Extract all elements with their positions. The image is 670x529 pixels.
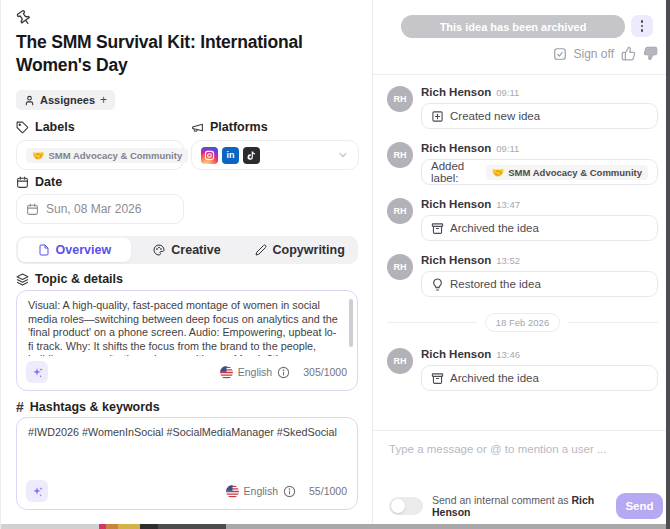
feed-entry: RH Rich Henson13:46 Archived the idea bbox=[387, 348, 658, 391]
hashtags-text[interactable]: #IWD2026 #WomenInSocial #SocialMediaMana… bbox=[17, 418, 357, 475]
date-header: Date bbox=[16, 175, 62, 189]
author-name: Rich Henson bbox=[421, 348, 491, 360]
media-strip bbox=[1, 524, 670, 529]
topic-header: Topic & details bbox=[16, 272, 123, 286]
page-title: The SMM Survival Kit: International Wome… bbox=[16, 31, 351, 77]
thumbs-down-button[interactable] bbox=[643, 46, 658, 61]
idea-editor-window: The SMM Survival Kit: International Wome… bbox=[0, 0, 670, 529]
sparkles-icon bbox=[31, 366, 44, 379]
author-name: Rich Henson bbox=[421, 86, 491, 98]
avatar: RH bbox=[387, 142, 413, 168]
activity-card: Archived the idea bbox=[421, 215, 658, 241]
assignees-label: Assignees bbox=[40, 94, 95, 106]
avatar: RH bbox=[387, 198, 413, 224]
label-chip: 🤝 SMM Advocacy & Community bbox=[26, 148, 188, 163]
signoff-label: Sign off bbox=[574, 47, 614, 61]
thumbs-up-button[interactable] bbox=[621, 46, 636, 61]
checkbox-icon bbox=[553, 47, 567, 61]
divider bbox=[373, 74, 670, 75]
internal-comment-toggle[interactable] bbox=[389, 497, 423, 515]
pin-icon[interactable] bbox=[13, 7, 35, 29]
date-divider: 18 Feb 2026 bbox=[387, 313, 658, 332]
idea-detail-panel: The SMM Survival Kit: International Wome… bbox=[1, 0, 373, 529]
sparkles-icon bbox=[31, 485, 44, 498]
linkedin-icon: in bbox=[222, 147, 239, 164]
avatar: RH bbox=[387, 86, 413, 112]
tab-overview[interactable]: Overview bbox=[18, 238, 131, 262]
activity-panel: This idea has been archived Sign off RH … bbox=[373, 0, 670, 529]
layers-icon bbox=[16, 273, 29, 286]
ai-assist-button[interactable] bbox=[26, 361, 48, 383]
info-icon bbox=[277, 366, 290, 379]
hashtags-textarea[interactable]: #IWD2026 #WomenInSocial #SocialMediaMana… bbox=[16, 417, 358, 510]
palette-icon bbox=[153, 244, 165, 256]
tab-copywriting[interactable]: Copywriting bbox=[243, 238, 356, 262]
calendar-icon bbox=[16, 176, 29, 189]
add-assignee-icon[interactable]: + bbox=[100, 93, 107, 107]
message-input[interactable] bbox=[389, 443, 649, 455]
archive-icon bbox=[431, 372, 444, 385]
language-label[interactable]: English bbox=[244, 485, 278, 497]
author-name: Rich Henson bbox=[421, 198, 491, 210]
instagram-icon bbox=[201, 147, 218, 164]
language-label[interactable]: English bbox=[238, 366, 272, 378]
activity-card: Created new idea bbox=[421, 103, 658, 129]
feed-entry: RH Rich Henson13:52 Restored the idea bbox=[387, 254, 658, 297]
megaphone-icon bbox=[191, 121, 204, 134]
author-name: Rich Henson bbox=[421, 254, 491, 266]
date-value: Sun, 08 Mar 2026 bbox=[46, 202, 141, 216]
archive-icon bbox=[431, 222, 444, 235]
date-divider-pill: 18 Feb 2026 bbox=[485, 313, 560, 332]
plus-square-icon bbox=[431, 110, 444, 123]
vertical-scrollbar[interactable] bbox=[666, 0, 670, 529]
document-icon bbox=[38, 244, 50, 256]
timestamp: 09:11 bbox=[496, 87, 519, 98]
char-counter: 305/1000 bbox=[303, 366, 347, 378]
textarea-scrollbar[interactable] bbox=[349, 299, 353, 347]
handshake-emoji: 🤝 bbox=[492, 167, 504, 178]
tab-creative[interactable]: Creative bbox=[131, 238, 244, 262]
author-name: Rich Henson bbox=[421, 142, 491, 154]
person-icon bbox=[24, 95, 35, 106]
activity-card: Archived the idea bbox=[421, 365, 658, 391]
timestamp: 09:11 bbox=[496, 143, 519, 154]
archived-banner: This idea has been archived bbox=[401, 15, 625, 38]
platforms-header: Platforms bbox=[191, 120, 268, 134]
hash-icon: # bbox=[16, 399, 24, 415]
topic-textarea[interactable]: Visual: A high-quality, fast-paced monta… bbox=[16, 290, 358, 391]
chevron-down-icon bbox=[337, 149, 349, 161]
avatar: RH bbox=[387, 254, 413, 280]
more-options-button[interactable] bbox=[631, 15, 653, 37]
activity-card: Added label: 🤝 SMM Advocacy & Community bbox=[421, 159, 658, 185]
editor-tabs: Overview Creative Copywriting bbox=[16, 236, 358, 264]
pencil-icon bbox=[255, 244, 267, 256]
char-counter: 55/1000 bbox=[309, 485, 347, 497]
comment-composer: Send an internal comment as Rich Henson … bbox=[373, 430, 670, 529]
assignees-button[interactable]: Assignees + bbox=[16, 90, 115, 110]
calendar-icon bbox=[26, 203, 39, 216]
activity-card: Restored the idea bbox=[421, 271, 658, 297]
feed-entry: RH Rich Henson13:47 Archived the idea bbox=[387, 198, 658, 241]
tag-icon bbox=[16, 121, 29, 134]
label-chip: 🤝 SMM Advocacy & Community bbox=[486, 165, 648, 180]
platforms-select[interactable]: in bbox=[191, 140, 359, 170]
date-input[interactable]: Sun, 08 Mar 2026 bbox=[16, 194, 184, 224]
send-button[interactable]: Send bbox=[616, 493, 663, 519]
info-icon bbox=[283, 485, 296, 498]
timestamp: 13:46 bbox=[496, 349, 520, 360]
timestamp: 13:52 bbox=[496, 255, 520, 266]
activity-feed: RH Rich Henson09:11 Created new idea RH … bbox=[387, 86, 658, 391]
tiktok-icon bbox=[243, 147, 260, 164]
feed-entry: RH Rich Henson09:11 Added label: 🤝 SMM A… bbox=[387, 142, 658, 185]
internal-comment-label: Send an internal comment as Rich Henson bbox=[432, 494, 616, 518]
avatar: RH bbox=[387, 348, 413, 374]
labels-select[interactable]: 🤝 SMM Advocacy & Community bbox=[16, 140, 184, 170]
us-flag-icon bbox=[226, 485, 239, 498]
us-flag-icon bbox=[220, 366, 233, 379]
timestamp: 13:47 bbox=[496, 199, 520, 210]
labels-header: Labels bbox=[16, 120, 75, 134]
ai-assist-button[interactable] bbox=[26, 480, 48, 502]
hashtags-header: # Hashtags & keywords bbox=[16, 399, 160, 415]
topic-text[interactable]: Visual: A high-quality, fast-paced monta… bbox=[17, 291, 357, 356]
lightbulb-icon bbox=[431, 278, 444, 291]
